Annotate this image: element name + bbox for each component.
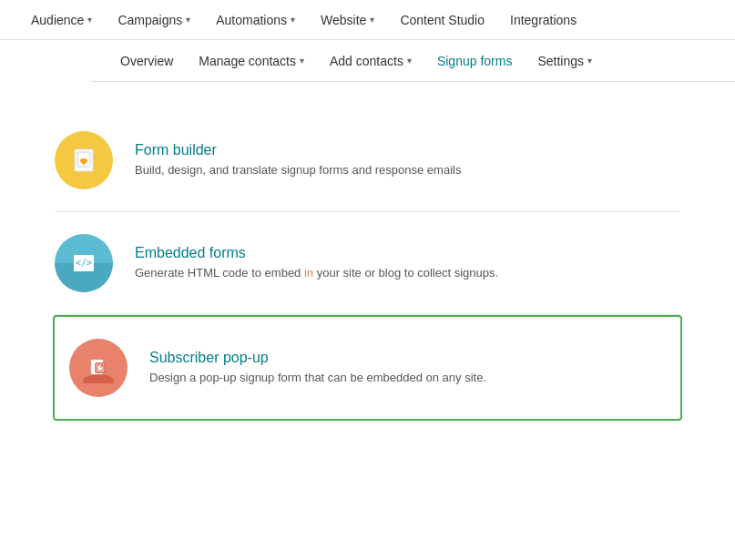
top-nav: Audience ▾ Campaigns ▾ Automations ▾ Web… — [0, 0, 735, 40]
nav-audience-chevron: ▾ — [87, 15, 92, 25]
subnav-manage-contacts[interactable]: Manage contacts ▾ — [188, 40, 315, 82]
subnav-settings-label: Settings — [537, 54, 584, 68]
embedded-forms-text: Embedded forms Generate HTML code to emb… — [135, 245, 680, 281]
nav-campaigns-chevron: ▾ — [186, 15, 190, 25]
subnav-add-contacts-chevron: ▾ — [407, 56, 412, 66]
subscriber-popup-icon — [83, 352, 114, 383]
subnav-overview-label: Overview — [120, 54, 173, 68]
subscriber-popup-text: Subscriber pop-up Design a pop-up signup… — [149, 350, 666, 386]
subscriber-popup-icon-circle — [69, 339, 128, 397]
svg-point-4 — [83, 374, 114, 383]
subnav-signup-forms[interactable]: Signup forms — [426, 40, 523, 82]
subnav-settings[interactable]: Settings ▾ — [526, 40, 603, 82]
nav-website-label: Website — [321, 13, 366, 27]
nav-audience[interactable]: Audience ▾ — [18, 0, 105, 40]
subnav-add-contacts[interactable]: Add contacts ▾ — [319, 40, 423, 82]
nav-content-studio-label: Content Studio — [400, 13, 485, 27]
form-builder-text: Form builder Build, design, and translat… — [135, 142, 680, 178]
form-builder-icon-circle — [55, 131, 113, 189]
sub-nav: Overview Manage contacts ▾ Add contacts … — [91, 40, 735, 82]
subnav-manage-contacts-chevron: ▾ — [300, 56, 304, 66]
nav-automations-label: Automations — [216, 13, 287, 27]
embedded-forms-icon: </> — [68, 248, 99, 279]
nav-content-studio[interactable]: Content Studio — [387, 0, 497, 40]
embedded-forms-title: Embedded forms — [135, 245, 680, 261]
subscriber-popup-title: Subscriber pop-up — [149, 350, 666, 366]
nav-website[interactable]: Website ▾ — [308, 0, 387, 40]
nav-website-chevron: ▾ — [370, 15, 374, 25]
subnav-signup-forms-label: Signup forms — [437, 54, 512, 68]
subnav-settings-chevron: ▾ — [587, 56, 592, 66]
subscriber-popup-item[interactable]: Subscriber pop-up Design a pop-up signup… — [53, 315, 682, 421]
subnav-add-contacts-label: Add contacts — [330, 54, 403, 68]
nav-automations-chevron: ▾ — [291, 15, 295, 25]
form-builder-item[interactable]: Form builder Build, design, and translat… — [55, 109, 680, 212]
subscriber-popup-desc: Design a pop-up signup form that can be … — [149, 370, 666, 386]
embedded-forms-item[interactable]: </> Embedded forms Generate HTML code to… — [55, 212, 680, 315]
nav-integrations-label: Integrations — [510, 13, 577, 27]
main-content: Form builder Build, design, and translat… — [0, 82, 735, 448]
form-builder-desc: Build, design, and translate signup form… — [135, 162, 680, 178]
form-builder-icon — [68, 145, 99, 176]
nav-automations[interactable]: Automations ▾ — [203, 0, 308, 40]
nav-audience-label: Audience — [31, 13, 84, 27]
nav-campaigns-label: Campaigns — [117, 13, 182, 27]
nav-campaigns[interactable]: Campaigns ▾ — [105, 0, 203, 40]
embedded-forms-icon-circle: </> — [55, 234, 113, 292]
nav-integrations[interactable]: Integrations — [497, 0, 589, 40]
form-builder-title: Form builder — [135, 142, 680, 158]
subnav-overview[interactable]: Overview — [109, 40, 184, 82]
svg-text:</>: </> — [76, 258, 92, 268]
highlight-in: in — [304, 266, 313, 280]
subnav-manage-contacts-label: Manage contacts — [199, 54, 296, 68]
embedded-forms-desc: Generate HTML code to embed in your site… — [135, 265, 680, 281]
